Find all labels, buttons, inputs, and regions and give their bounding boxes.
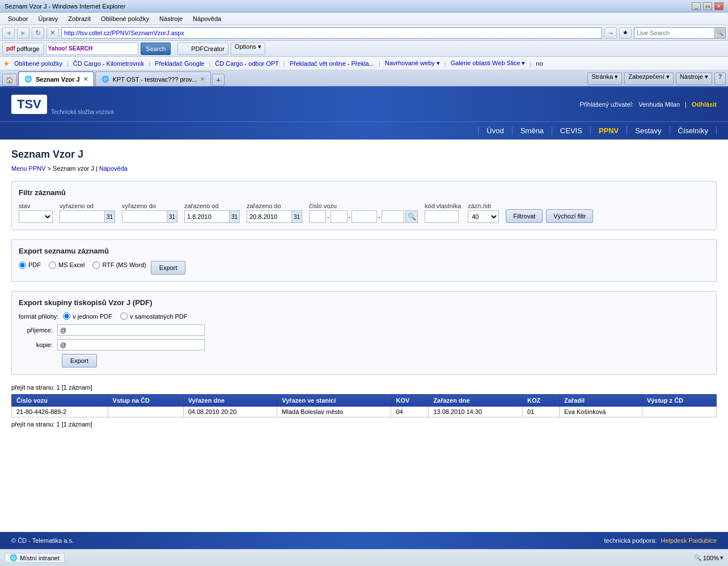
cislo-search-btn[interactable]: 🔍	[405, 210, 418, 223]
fav-cd-cargo[interactable]: ČD Cargo - Kilometrovník	[73, 60, 144, 67]
cell-zarazen-dne: 13.08.2010 14:30	[429, 407, 523, 417]
vyrazeno-do-input[interactable]	[122, 210, 167, 223]
vyrazeno-do-cal-btn[interactable]: 31	[167, 210, 177, 223]
toolbar: pdf pdfforge Yahoo! SEARCH Search 📄 PDFC…	[0, 41, 728, 57]
radio-samostatnych-label: v samostatných PDF	[130, 313, 187, 320]
radio-jeden-pdf[interactable]: v jednom PDF	[63, 312, 112, 320]
new-tab-btn[interactable]: +	[212, 74, 225, 86]
fav-no[interactable]: no	[536, 60, 543, 67]
menu-upravy[interactable]: Úpravy	[33, 14, 62, 23]
vyrazeno-od-cal-btn[interactable]: 31	[105, 210, 115, 223]
live-search-input[interactable]	[634, 28, 714, 38]
restore-btn[interactable]: ▭	[703, 2, 712, 10]
fav-prekladac[interactable]: Překladač vět online - Překla...	[290, 60, 374, 67]
fav-navrhowane[interactable]: Navrhované weby ▾	[385, 60, 440, 67]
menu-soubor[interactable]: Soubor	[3, 14, 32, 23]
tab-bar: 🏠 🌐 Seznam Vzor J ✕ 🌐 KPT OST - testovac…	[0, 70, 728, 87]
nav-sestavy[interactable]: Sestavy	[627, 126, 670, 135]
help-btn[interactable]: ?	[714, 73, 726, 85]
radio-excel-input[interactable]	[49, 261, 56, 269]
cislo-part2[interactable]	[331, 210, 348, 223]
reset-filter-btn[interactable]: Výchozí filtr	[546, 209, 593, 223]
go-btn[interactable]: →	[604, 27, 617, 39]
table-row[interactable]: 21-80-4426-889-2 04.08.2010 20:20 Mladá …	[12, 407, 717, 417]
filter-row: stav vyřazeno od 31 vyřazeno do 31	[19, 202, 709, 223]
zarazeno-od-label: zařazeno od	[184, 202, 240, 209]
security-btn[interactable]: Zabezpečení ▾	[624, 73, 674, 85]
menu-zobrazit[interactable]: Zobrazit	[64, 14, 95, 23]
radio-rtf[interactable]: RTF (MS Word)	[92, 261, 146, 269]
tools-btn[interactable]: Nástroje ▾	[676, 73, 712, 85]
kod-vlastnika-input[interactable]	[425, 210, 459, 223]
col-vyrazen-ve-stanici: Vyřazen ve stanici	[277, 395, 391, 407]
forward-btn[interactable]: ►	[17, 27, 29, 39]
address-bar[interactable]	[61, 27, 602, 39]
fav-galerie[interactable]: Galerie oblasti Web Slice ▾	[451, 60, 526, 67]
prijemce-input[interactable]	[57, 324, 205, 336]
fav-google[interactable]: Překladač Google	[155, 60, 204, 67]
menu-napoveda[interactable]: Nápověda	[188, 14, 226, 23]
fav-cd-opt[interactable]: ČD Cargo - odbor OPT	[215, 60, 278, 67]
radio-jeden-pdf-input[interactable]	[63, 312, 70, 320]
logout-link[interactable]: Odhlásit	[692, 101, 717, 108]
add-favorites-btn[interactable]: ★	[619, 27, 632, 39]
radio-pdf[interactable]: PDF	[19, 261, 41, 269]
col-kov: KOV	[391, 395, 429, 407]
close-btn[interactable]: ✕	[714, 2, 723, 10]
radio-jeden-pdf-label: v jednom PDF	[73, 313, 112, 320]
back-btn[interactable]: ◄	[2, 27, 15, 39]
radio-excel[interactable]: MS Excel	[49, 261, 84, 269]
radio-samostatnych-pdf[interactable]: v samostatných PDF	[120, 312, 187, 320]
zarazeno-od-field: zařazeno od 31	[184, 202, 240, 223]
filter-btn[interactable]: Filtrovat	[506, 209, 543, 223]
radio-pdf-label: PDF	[28, 261, 41, 268]
stop-btn[interactable]: ✕	[46, 27, 59, 39]
breadcrumb-help-link[interactable]: Nápověda	[99, 165, 128, 172]
cislo-part3[interactable]	[352, 210, 377, 223]
stav-select[interactable]	[19, 210, 53, 223]
tab1-close[interactable]: ✕	[83, 76, 88, 82]
zarazeno-od-input[interactable]	[184, 210, 230, 223]
nav-cevis[interactable]: CEVIS	[552, 126, 591, 135]
fav-oblibene[interactable]: Oblíbené položky	[14, 60, 62, 67]
browser-title-text: Seznam Vzor J - Windows Internet Explore…	[5, 3, 692, 10]
export-list-btn[interactable]: Export	[151, 261, 186, 274]
kopie-input[interactable]	[57, 339, 205, 350]
tab-home-btn[interactable]: 🏠	[2, 74, 17, 86]
zarazeno-do-label: zařazeno do	[247, 202, 302, 209]
vyrazeno-od-input[interactable]	[60, 210, 105, 223]
refresh-btn[interactable]: ↻	[32, 27, 44, 39]
cislo-part4[interactable]	[382, 210, 404, 223]
stav-label: stav	[19, 202, 53, 209]
zazn-str-select[interactable]: 40 20 60 80	[468, 210, 499, 223]
nav-uvod[interactable]: Úvod	[478, 126, 512, 135]
nav-smena[interactable]: Směna	[513, 126, 552, 135]
radio-samostatnych-input[interactable]	[120, 312, 128, 320]
search-button[interactable]: Search	[141, 43, 171, 55]
menu-nastroje[interactable]: Nástroje	[155, 14, 187, 23]
pdfcreator-btn[interactable]: 📄 PDFCreator	[177, 43, 228, 55]
menu-oblibene[interactable]: Oblíbené položky	[96, 14, 154, 23]
cislo-part1[interactable]	[309, 210, 326, 223]
tab-kpt-ost[interactable]: 🌐 KPT OST - testovac??? prov... ✕	[95, 71, 211, 86]
radio-pdf-input[interactable]	[19, 261, 26, 269]
tab-seznam-vzor[interactable]: 🌐 Seznam Vzor J ✕	[18, 71, 94, 86]
breadcrumb-menu-link[interactable]: Menu PPNV	[11, 165, 46, 172]
nav-ciselniky[interactable]: Číselníky	[670, 126, 717, 135]
zarazeno-do-cal-btn[interactable]: 31	[292, 210, 302, 223]
export-group-btn[interactable]: Export	[62, 354, 97, 368]
page-btn[interactable]: Stránka ▾	[587, 73, 622, 85]
tab2-close[interactable]: ✕	[200, 76, 205, 82]
minimize-btn[interactable]: _	[692, 2, 701, 10]
yahoo-search-input[interactable]	[92, 43, 138, 54]
options-btn[interactable]: Options ▾	[231, 43, 265, 55]
radio-rtf-input[interactable]	[92, 261, 100, 269]
nav-ppnv[interactable]: PPNV	[591, 126, 627, 135]
zarazeno-do-input[interactable]	[247, 210, 292, 223]
export-format-group: PDF MS Excel RTF (MS Word)	[19, 261, 146, 269]
zarazeno-od-cal-btn[interactable]: 31	[230, 210, 240, 223]
live-search-button[interactable]: 🔍	[714, 28, 725, 38]
zarazeno-do-wrap: 31	[247, 210, 302, 223]
pdfforge-btn[interactable]: pdf pdfforge	[2, 43, 44, 55]
export-group-btn-wrap: Export	[57, 354, 709, 368]
